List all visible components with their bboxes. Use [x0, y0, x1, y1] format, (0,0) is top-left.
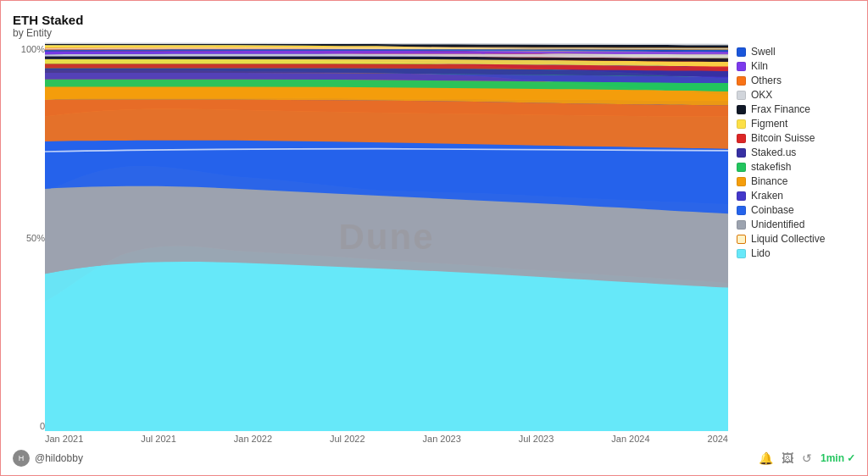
legend: SwellKilnOthersOKXFrax FinanceFigmentBit…: [737, 42, 855, 446]
check-icon: ✓: [847, 452, 855, 464]
chart-title: ETH Staked: [13, 13, 855, 27]
legend-item-others: Others: [737, 75, 855, 86]
alert-icon[interactable]: 🔔: [759, 451, 773, 465]
legend-item-lido: Lido: [737, 247, 855, 259]
chart-header: ETH Staked by Entity: [13, 13, 855, 39]
legend-item-frax-finance: Frax Finance: [737, 103, 855, 115]
legend-label-staked.us: Staked.us: [751, 147, 796, 158]
legend-swatch-swell: [737, 47, 746, 57]
legend-label-frax-finance: Frax Finance: [751, 103, 810, 115]
refresh-time: 1min: [821, 452, 844, 464]
legend-label-stakefish: stakefish: [751, 161, 791, 173]
legend-swatch-binance: [737, 177, 746, 186]
legend-item-binance: Binance: [737, 175, 855, 187]
x-label-jul2023: Jul 2023: [519, 434, 554, 446]
legend-label-swell: Swell: [751, 46, 776, 58]
x-label-jan2024: Jan 2024: [611, 434, 649, 446]
x-label-jan2023: Jan 2023: [423, 434, 461, 446]
legend-label-okx: OKX: [751, 89, 772, 101]
legend-swatch-okx: [737, 91, 746, 100]
legend-item-liquid-collective: Liquid Collective: [737, 233, 855, 245]
legend-label-liquid-collective: Liquid Collective: [751, 233, 825, 245]
legend-label-kraken: Kraken: [751, 190, 783, 202]
legend-item-unidentified: Unidentified: [737, 219, 855, 230]
legend-item-figment: Figment: [737, 118, 855, 130]
legend-item-bitcoin-suisse: Bitcoin Suisse: [737, 132, 855, 144]
legend-item-okx: OKX: [737, 89, 855, 101]
legend-swatch-stakefish: [737, 163, 746, 172]
image-icon[interactable]: 🖼: [782, 451, 793, 465]
refresh-icon[interactable]: ↺: [802, 451, 812, 465]
legend-label-figment: Figment: [751, 118, 787, 130]
y-axis: 100% 50% 0: [13, 42, 45, 446]
legend-swatch-liquid-collective: [737, 235, 746, 244]
legend-label-others: Others: [751, 75, 782, 86]
legend-label-unidentified: Unidentified: [751, 219, 804, 230]
legend-swatch-lido: [737, 249, 746, 258]
legend-item-stakefish: stakefish: [737, 161, 855, 173]
x-axis: Jan 2021 Jul 2021 Jan 2022 Jul 2022 Jan …: [45, 431, 728, 446]
legend-swatch-staked.us: [737, 148, 746, 158]
legend-swatch-unidentified: [737, 220, 746, 230]
legend-swatch-others: [737, 76, 746, 86]
refresh-badge: 1min ✓: [821, 452, 855, 464]
chart-subtitle: by Entity: [13, 27, 855, 39]
legend-label-lido: Lido: [751, 247, 771, 259]
chart-area: 100% 50% 0 Dune: [13, 42, 855, 446]
x-label-jul2022: Jul 2022: [330, 434, 365, 446]
x-label-2024: 2024: [708, 434, 728, 446]
x-label-jan2021: Jan 2021: [45, 434, 83, 446]
legend-swatch-kiln: [737, 62, 746, 71]
legend-swatch-kraken: [737, 191, 746, 201]
footer-actions: 🔔 🖼 ↺ 1min ✓: [759, 451, 855, 465]
dashboard-card: ETH Staked by Entity 100% 50% 0 Dune: [0, 0, 868, 476]
chart-left: 100% 50% 0 Dune: [13, 42, 728, 446]
chart-main: Dune: [45, 42, 728, 446]
legend-swatch-frax-finance: [737, 105, 746, 114]
legend-label-binance: Binance: [751, 175, 787, 187]
avatar: H: [13, 450, 30, 467]
y-label-100: 100%: [21, 44, 45, 54]
chart-svg: [45, 42, 728, 431]
footer: H @hildobby 🔔 🖼 ↺ 1min ✓: [13, 450, 855, 467]
x-label-jul2021: Jul 2021: [141, 434, 176, 446]
legend-item-staked.us: Staked.us: [737, 147, 855, 158]
y-label-50: 50%: [26, 233, 45, 243]
legend-item-kiln: Kiln: [737, 60, 855, 72]
legend-label-coinbase: Coinbase: [751, 204, 794, 216]
legend-item-coinbase: Coinbase: [737, 204, 855, 216]
legend-swatch-bitcoin-suisse: [737, 134, 746, 143]
x-label-jan2022: Jan 2022: [234, 434, 272, 446]
author-name: @hildobby: [35, 452, 83, 464]
svg-container: Dune: [45, 42, 728, 431]
legend-item-swell: Swell: [737, 46, 855, 58]
legend-swatch-figment: [737, 119, 746, 129]
legend-swatch-coinbase: [737, 206, 746, 215]
legend-label-bitcoin-suisse: Bitcoin Suisse: [751, 132, 815, 144]
legend-item-kraken: Kraken: [737, 190, 855, 202]
legend-label-kiln: Kiln: [751, 60, 768, 72]
author-info: H @hildobby: [13, 450, 83, 467]
